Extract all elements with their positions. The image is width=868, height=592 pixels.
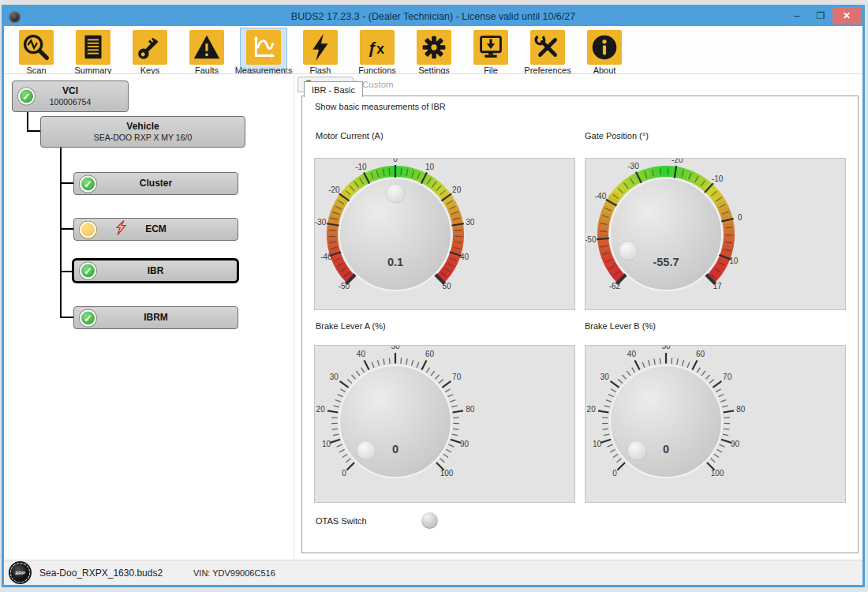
svg-text:20: 20 [316, 405, 326, 414]
motor-current-gauge: -50-40-30-20-10010203040500.1 [314, 158, 575, 310]
tree-node-cluster[interactable]: ✓ Cluster [73, 172, 238, 195]
toolbar-file[interactable]: File [468, 28, 514, 76]
module-label: ECM [145, 223, 166, 235]
brp-logo-icon: BRP [10, 563, 30, 583]
svg-text:-50: -50 [586, 235, 597, 244]
tree-node-ibr[interactable]: ✓ IBR [72, 258, 239, 283]
svg-text:50: 50 [442, 282, 451, 290]
vehicle-title: Vehicle [94, 121, 193, 133]
otas-switch-label: OTAS Switch [316, 516, 367, 526]
minimize-button[interactable]: – [785, 7, 809, 24]
summary-icon [76, 30, 110, 65]
toolbar-summary[interactable]: Summary [70, 28, 116, 76]
status-ok-icon: ✓ [80, 263, 96, 279]
tree-node-vci[interactable]: ✓ VCI100006754 [12, 81, 129, 112]
tree-node-ibrm[interactable]: ✓ IBRM [73, 306, 238, 329]
tree-node-ecm[interactable]: ECM [73, 218, 238, 241]
toolbar-settings[interactable]: Settings [411, 28, 457, 76]
svg-text:60: 60 [696, 350, 705, 358]
flash-icon [303, 30, 338, 65]
toolbar-keys[interactable]: Keys [127, 28, 173, 76]
svg-text:70: 70 [452, 373, 462, 381]
svg-text:30: 30 [600, 373, 610, 381]
tree-connector [60, 317, 73, 318]
module-label: Cluster [140, 178, 172, 189]
functions-icon: ƒx [360, 30, 395, 65]
toolbar-scan[interactable]: Scan [13, 28, 59, 76]
svg-text:17: 17 [713, 282, 722, 290]
svg-text:40: 40 [357, 350, 366, 358]
svg-text:20: 20 [452, 185, 462, 194]
svg-text:-62: -62 [609, 282, 621, 290]
close-button[interactable]: ✕ [832, 7, 861, 24]
brake-lever-a-gauge: 01020304050607080901000 [314, 345, 575, 503]
svg-text:0.1: 0.1 [387, 256, 403, 268]
svg-text:20: 20 [587, 405, 597, 414]
svg-text:0: 0 [663, 443, 669, 455]
svg-text:-30: -30 [315, 218, 327, 227]
otas-switch-indicator [421, 512, 438, 529]
svg-text:40: 40 [627, 350, 637, 358]
svg-text:100: 100 [440, 469, 454, 478]
svg-text:-40: -40 [595, 192, 607, 200]
faults-icon [189, 30, 224, 65]
toolbar-functions[interactable]: ƒx Functions [354, 28, 400, 76]
svg-text:0: 0 [738, 213, 743, 222]
status-warning-icon [80, 221, 96, 238]
svg-text:80: 80 [466, 405, 475, 414]
svg-text:40: 40 [460, 253, 470, 261]
gauge-label-brake-lever-a: Brake Lever A (%) [316, 321, 386, 331]
svg-text:-55.7: -55.7 [653, 256, 679, 268]
tree-connector [60, 182, 73, 184]
fault-lightning-icon [115, 219, 127, 239]
svg-text:-20: -20 [328, 185, 340, 194]
file-icon [473, 30, 508, 65]
svg-text:70: 70 [723, 373, 732, 381]
toolbar: Scan Summary Keys Faults Measurements [4, 26, 862, 74]
gauge-label-brake-lever-b: Brake Lever B (%) [585, 321, 656, 331]
panel-description: Show basic measurements of IBR [315, 102, 446, 111]
svg-text:0: 0 [342, 469, 346, 478]
toolbar-flash[interactable]: Flash [297, 28, 343, 76]
loaded-file-name: Sea-Doo_RXPX_1630.buds2 [39, 568, 163, 579]
status-ok-icon: ✓ [80, 309, 96, 326]
tab-ibr-basic[interactable]: IBR - Basic [304, 81, 363, 97]
tab-custom-label: Custom [362, 80, 394, 89]
svg-text:10: 10 [425, 163, 435, 171]
tree-connector [60, 148, 62, 318]
svg-text:-40: -40 [320, 253, 332, 261]
svg-text:90: 90 [731, 440, 740, 448]
vci-title: VCI [50, 85, 92, 97]
device-tree: ✓ VCI100006754 VehicleSEA-DOO RXP X MY 1… [4, 74, 294, 560]
svg-text:10: 10 [322, 440, 331, 448]
svg-text:-20: -20 [672, 159, 683, 164]
tree-node-vehicle[interactable]: VehicleSEA-DOO RXP X MY 16/0 [40, 116, 245, 148]
preferences-icon [530, 30, 565, 65]
tree-connector [27, 130, 41, 132]
svg-text:x: x [376, 41, 384, 57]
svg-text:ƒ: ƒ [368, 39, 377, 57]
vehicle-model: SEA-DOO RXP X MY 16/0 [94, 133, 193, 143]
status-bar: BRP Sea-Doo_RXPX_1630.buds2 VIN: YDV9900… [4, 560, 862, 585]
svg-text:60: 60 [425, 350, 435, 358]
svg-text:10: 10 [729, 257, 739, 265]
toolbar-faults[interactable]: Faults [184, 28, 230, 76]
tree-connector [27, 112, 28, 132]
measurements-icon [246, 30, 281, 65]
measurements-view: Presets Custom IBR - Basic Show basic me… [294, 74, 862, 560]
status-ok-icon: ✓ [80, 175, 96, 192]
vci-serial: 100006754 [50, 97, 92, 107]
toolbar-preferences[interactable]: Preferences [525, 28, 571, 76]
status-ok-icon: ✓ [18, 88, 35, 105]
module-label: IBRM [144, 312, 168, 324]
toolbar-measurements[interactable]: Measurements [241, 28, 286, 76]
app-window: BUDS2 17.23.3 - (Dealer Technician) - Li… [2, 5, 865, 587]
svg-text:0: 0 [392, 443, 398, 455]
svg-text:30: 30 [330, 373, 339, 381]
settings-icon [417, 30, 451, 65]
toolbar-about[interactable]: About [582, 28, 627, 76]
scan-icon [19, 30, 54, 65]
tree-connector [60, 271, 72, 272]
maximize-button[interactable]: ❐ [809, 7, 832, 24]
keys-icon [133, 30, 167, 65]
